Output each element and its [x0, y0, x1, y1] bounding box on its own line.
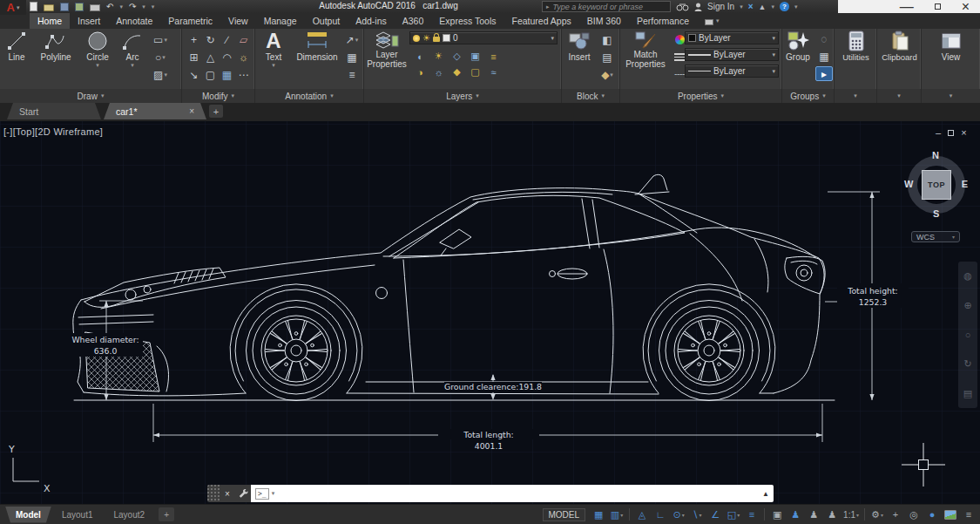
annotation-autoscale-icon[interactable]: ♟ [805, 507, 822, 522]
tab-parametric[interactable]: Parametric [160, 13, 220, 29]
ellipse-tool-icon[interactable]: ○▾ [152, 50, 169, 65]
command-input[interactable]: >_ ▾ ▲ [251, 485, 774, 502]
redo-icon[interactable]: ↷ [129, 2, 136, 11]
layer-properties-button[interactable]: Layer Properties [366, 31, 408, 69]
help-caret-icon[interactable]: ▾ [794, 3, 798, 10]
view-button[interactable]: View [930, 31, 971, 62]
panel-label-clipboard[interactable]: ▾ [877, 89, 921, 103]
panel-label-properties[interactable]: Properties▾ [620, 89, 781, 103]
viewcube[interactable]: N W E S TOP [903, 152, 970, 218]
leader-icon[interactable]: ↗▾ [343, 32, 361, 47]
layer-thaw-tool-icon[interactable]: ◆ [453, 66, 460, 78]
arc-button[interactable]: Arc ▾ [117, 31, 148, 67]
panel-label-groups[interactable]: Groups▾ [782, 89, 834, 103]
create-block-icon[interactable]: ◧ [598, 32, 616, 47]
dynamic-input-icon[interactable]: ◬ [633, 507, 651, 522]
a360-icon[interactable]: ▲ [759, 3, 767, 11]
tab-layout1[interactable]: Layout1 [51, 507, 104, 523]
layer-match-icon[interactable]: ≈ [490, 67, 496, 78]
showmotion-icon[interactable]: ▤ [963, 388, 972, 399]
match-properties-button[interactable]: Match Properties [622, 31, 669, 69]
tab-bim360[interactable]: BIM 360 [579, 13, 629, 29]
panel-label-block[interactable]: Block▾ [562, 89, 619, 103]
group-selection-toggle-icon[interactable]: ▸ [815, 66, 833, 81]
panel-label-draw[interactable]: Draw▾ [0, 89, 181, 103]
restore-button[interactable] [935, 3, 941, 10]
tab-manage[interactable]: Manage [256, 13, 305, 29]
layer-unlock-tool-icon[interactable]: ▢ [470, 66, 479, 78]
tab-layout2[interactable]: Layout2 [103, 507, 155, 523]
print-icon[interactable] [90, 4, 100, 11]
new-layout-button[interactable]: + [159, 507, 174, 521]
viewport-minimize-icon[interactable]: – [936, 127, 941, 138]
hatch-tool-icon[interactable]: ▨▾ [152, 67, 169, 82]
tab-view[interactable]: View [220, 13, 256, 29]
text-style-icon[interactable]: ≡ [343, 67, 361, 82]
orbit-icon[interactable]: ↻ [963, 358, 971, 370]
layer-select-dropdown[interactable]: ☀ 0 ▾ [409, 31, 558, 44]
viewport-restore-icon[interactable] [948, 130, 954, 136]
linetype-dropdown[interactable]: ByLayer ▾ [685, 65, 779, 78]
explode-icon[interactable]: ☼ [239, 51, 248, 64]
qat-dropdown-icon[interactable]: ▾ [152, 3, 155, 10]
move-icon[interactable]: + [191, 34, 197, 46]
panel-label-layers[interactable]: Layers▾ [364, 89, 561, 103]
erase-icon[interactable]: ▱ [240, 34, 247, 46]
more-modify-icon[interactable]: ⋯ [239, 69, 249, 81]
sign-in-caret-icon[interactable]: ▾ [740, 3, 743, 10]
viewport-controls[interactable]: [-][Top][2D Wireframe] [3, 126, 103, 137]
stretch-icon[interactable]: ↘ [189, 69, 198, 81]
scale-icon[interactable]: ▢ [206, 69, 215, 81]
panel-label-modify[interactable]: Modify▾ [182, 89, 254, 103]
osnap-tracking-icon[interactable]: ∠ [706, 507, 724, 522]
grid-toggle-icon[interactable]: ▦ [590, 507, 607, 522]
exchange-apps-icon[interactable]: × [748, 2, 754, 11]
workspace-switch-icon[interactable]: ⚙▾ [868, 507, 886, 522]
command-close-icon[interactable]: × [220, 485, 235, 502]
dimension-button[interactable]: Dimension [292, 31, 342, 62]
command-customize-icon[interactable] [235, 485, 251, 502]
layer-unisolate-icon[interactable]: ☼ [434, 67, 443, 78]
edit-block-icon[interactable]: ▤ [598, 50, 616, 65]
object-color-dropdown[interactable]: ByLayer ▾ [685, 31, 779, 44]
mirror-icon[interactable]: △ [206, 51, 214, 64]
block-attributes-icon[interactable]: ◆▾ [598, 67, 616, 82]
layer-off-icon[interactable]: ◐ [417, 51, 423, 62]
ortho-toggle-icon[interactable]: ∟ [652, 507, 669, 522]
tab-insert[interactable]: Insert [70, 13, 108, 29]
tab-featured-apps[interactable]: Featured Apps [504, 13, 578, 29]
wcs-dropdown[interactable]: WCS ▾ [911, 231, 960, 242]
panel-label-annotation[interactable]: Annotation▾ [255, 89, 363, 103]
zoom-icon[interactable]: ○ [965, 330, 971, 340]
annotation-scale-value[interactable]: 1:1▾ [841, 507, 861, 522]
file-tab-car1[interactable]: car1* × [104, 103, 206, 119]
drawing-canvas[interactable]: Wheel diameter: 636.0 Total height: 1252… [0, 121, 980, 504]
polyline-button[interactable]: Polyline [33, 31, 78, 62]
clipboard-button[interactable]: Clipboard [879, 31, 920, 62]
viewcube-east[interactable]: E [962, 179, 968, 189]
file-tab-close-icon[interactable]: × [189, 106, 194, 116]
rotate-icon[interactable]: ↻ [206, 34, 214, 46]
layer-isolate-icon[interactable]: ☀ [435, 51, 443, 62]
circle-button[interactable]: Circle ▾ [80, 31, 115, 67]
tray-plus-icon[interactable]: + [887, 507, 904, 522]
tab-a360[interactable]: A360 [395, 13, 432, 29]
open-file-icon[interactable] [44, 4, 54, 11]
command-history-icon[interactable]: ▲ [762, 490, 769, 498]
customization-icon[interactable]: ≡ [960, 507, 977, 522]
viewcube-top-face[interactable]: TOP [922, 170, 951, 200]
rectangle-tool-icon[interactable]: ▭▾ [152, 32, 169, 47]
sign-in-button[interactable]: Sign In [707, 2, 734, 11]
array-icon[interactable]: ▦ [222, 69, 232, 81]
tab-model[interactable]: Model [5, 507, 51, 523]
group-edit-icon[interactable]: ▦ [815, 49, 833, 64]
undo-icon[interactable]: ↶ [106, 2, 113, 11]
lineweight-toggle-icon[interactable]: ≡ [743, 507, 760, 522]
tab-output[interactable]: Output [305, 13, 348, 29]
layer-make-current-icon[interactable]: ≡ [490, 51, 496, 62]
tab-express-tools[interactable]: Express Tools [431, 13, 504, 29]
ribbon-options-icon[interactable]: ▾ [697, 13, 727, 29]
polar-tracking-icon[interactable]: ⊙▾ [670, 507, 687, 522]
group-button[interactable]: Group [782, 31, 814, 62]
fillet-icon[interactable]: ◠ [222, 51, 231, 64]
